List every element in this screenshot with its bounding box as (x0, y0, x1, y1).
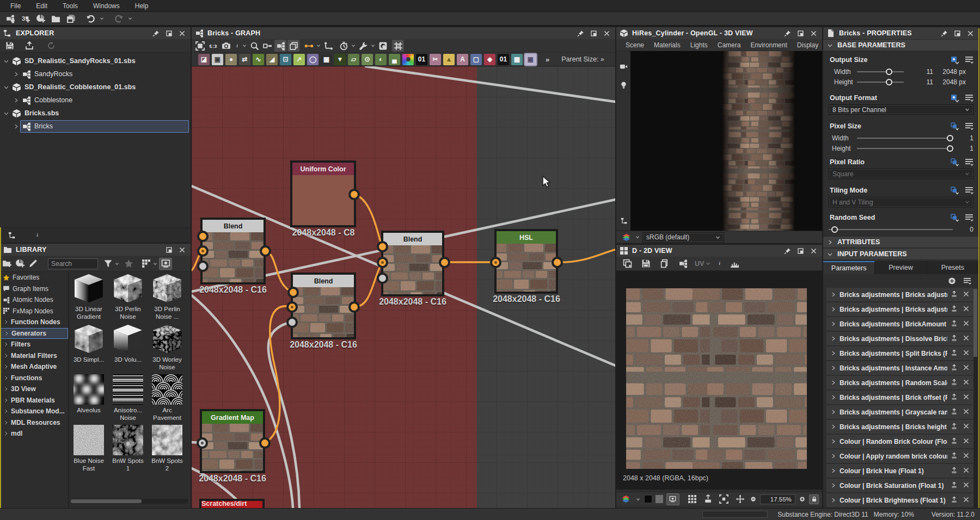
library-item[interactable]: Arc Pavement (149, 374, 185, 422)
colorspace-layers-icon[interactable] (620, 231, 633, 243)
expose-icon[interactable] (951, 364, 959, 373)
compute-time-caret[interactable] (351, 40, 356, 52)
node-blend-left[interactable]: Blend2048x2048 - C16 (200, 218, 266, 284)
add-node-button[interactable]: 01 (498, 54, 509, 65)
attribute-link-icon[interactable] (951, 213, 959, 222)
pan-icon[interactable] (733, 493, 746, 505)
delete-icon[interactable] (963, 320, 971, 329)
tab[interactable]: Preview (875, 261, 927, 274)
add-node-button[interactable]: ▦ (511, 54, 523, 65)
expose-icon[interactable] (951, 290, 959, 299)
expose-icon[interactable] (951, 320, 959, 329)
undo-button[interactable] (84, 13, 97, 24)
expose-icon[interactable] (951, 423, 959, 431)
expose-icon[interactable] (951, 496, 959, 505)
expose-icon[interactable] (951, 305, 959, 314)
options-menu-icon[interactable] (965, 213, 973, 222)
library-item[interactable]: 3D Worley Noise (149, 324, 185, 371)
delete-icon[interactable] (963, 364, 971, 373)
tools-button[interactable] (357, 40, 369, 52)
graph-link-icon[interactable] (676, 258, 689, 270)
float-icon[interactable] (164, 245, 174, 255)
zoom-out-icon[interactable] (750, 493, 757, 505)
parameter-row[interactable]: Bricks adjustments | Instance Amo (826, 361, 973, 375)
undo-history-caret[interactable] (99, 13, 105, 24)
menu-materials[interactable]: Materials (649, 40, 685, 51)
pin-icon[interactable] (151, 29, 161, 38)
edit-button[interactable] (26, 258, 39, 270)
redo-history-caret[interactable] (127, 13, 133, 24)
library-item[interactable]: 3D Volu... (110, 324, 146, 371)
expander-chevron-icon[interactable] (13, 98, 19, 103)
colorspace-caret[interactable] (635, 493, 641, 505)
add-node-button[interactable] (402, 54, 414, 65)
fit-view-icon[interactable] (718, 493, 730, 505)
float-icon[interactable] (164, 29, 174, 38)
delete-icon[interactable] (963, 379, 971, 387)
attribute-link-icon[interactable] (951, 94, 959, 102)
detail-view-icon[interactable] (159, 258, 172, 270)
node-bottom[interactable]: Scratches/dirt subtle C... (199, 499, 265, 508)
library-item[interactable]: BnW Spots 2 (149, 425, 185, 472)
save-button[interactable] (3, 40, 16, 52)
node-port[interactable] (197, 261, 209, 272)
attribute-link-icon[interactable] (951, 55, 959, 64)
add-node-button[interactable]: ◯ (307, 54, 318, 65)
expose-icon[interactable] (951, 335, 959, 343)
library-category[interactable]: Function Nodes (0, 317, 68, 328)
save-all-button[interactable] (64, 13, 77, 24)
node-port[interactable] (286, 317, 298, 328)
expander-chevron-icon[interactable] (831, 498, 836, 503)
pixel-size-icon[interactable] (702, 493, 714, 505)
expose-icon[interactable] (951, 379, 959, 387)
options-menu-icon[interactable] (965, 122, 973, 131)
info-display-button[interactable] (233, 40, 241, 52)
node-uniform-color[interactable]: Uniform Color2048x2048 - C8 (290, 160, 356, 227)
tab-info-icon[interactable] (30, 230, 44, 242)
export-button[interactable] (23, 40, 36, 52)
tree-item[interactable]: SandyRocks (0, 67, 191, 81)
screenshot-button[interactable] (220, 40, 232, 52)
colorspace-caret[interactable] (635, 231, 640, 243)
add-node-button[interactable]: A (457, 54, 468, 65)
pixel-ratio-dropdown[interactable]: Square (829, 169, 973, 179)
expander-chevron-icon[interactable] (831, 380, 836, 385)
add-node-button[interactable]: ▱ (348, 54, 359, 65)
add-node-button[interactable]: ▣ (525, 54, 536, 65)
parameter-row[interactable]: Bricks adjustments | Dissolve Brick (826, 332, 973, 345)
options-menu-icon[interactable] (965, 186, 973, 195)
delete-icon[interactable] (963, 305, 971, 314)
parameter-row[interactable]: Colour | Brick Brightness (Float 1) (826, 493, 973, 507)
library-category[interactable]: Substance Mod... (0, 406, 68, 417)
add-node-button[interactable]: ✂ (430, 54, 441, 65)
expose-icon[interactable] (951, 481, 959, 490)
colorspace-dropdown[interactable]: sRGB (default) (642, 232, 724, 243)
expander-chevron-icon[interactable] (831, 439, 836, 444)
zoom-level-input[interactable]: 17.55% (760, 494, 795, 504)
add-node-button[interactable]: ▢ (470, 54, 482, 65)
properties-scrollbar[interactable] (973, 289, 977, 508)
expander-chevron-icon[interactable] (831, 454, 836, 459)
pin-icon[interactable] (576, 29, 585, 38)
expose-icon[interactable] (951, 437, 959, 446)
delete-icon[interactable] (963, 335, 971, 343)
parameter-row[interactable]: Bricks adjustments | Bricks adjustn (826, 288, 973, 301)
close-icon[interactable] (602, 29, 611, 38)
close-icon[interactable] (177, 245, 187, 255)
menu-camera[interactable]: Camera (713, 40, 746, 51)
delete-icon[interactable] (963, 423, 971, 431)
add-node-button[interactable]: ⊡ (280, 54, 291, 65)
node-port[interactable] (197, 231, 209, 242)
node-port[interactable] (490, 257, 501, 268)
parent-size-label[interactable]: Parent Size: » (561, 55, 604, 63)
add-node-button[interactable]: ◪ (198, 54, 210, 65)
attribute-link-icon[interactable] (951, 122, 959, 131)
library-category[interactable]: Material Filters (0, 350, 68, 362)
node-port[interactable] (197, 245, 209, 257)
delete-icon[interactable] (963, 481, 971, 490)
expander-chevron-icon[interactable] (3, 85, 9, 90)
menu-environment[interactable]: Environment (745, 40, 792, 51)
close-icon[interactable] (966, 29, 975, 38)
tiling-icon[interactable] (686, 493, 699, 505)
menu-scene[interactable]: Scene (621, 40, 649, 51)
